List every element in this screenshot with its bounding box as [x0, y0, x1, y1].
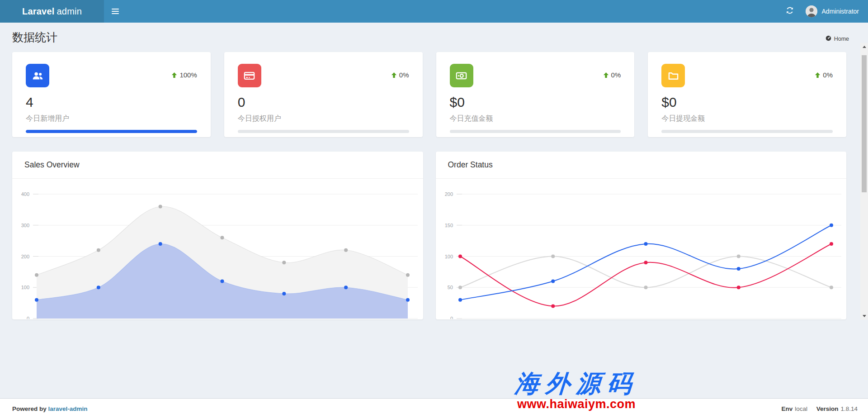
sales-overview-card: Sales Overview 4003002001000	[12, 152, 423, 319]
progress-bar	[450, 130, 621, 133]
watermark-text-cn: 海外源码	[487, 370, 665, 397]
svg-text:400: 400	[21, 191, 29, 197]
svg-text:100: 100	[21, 285, 29, 290]
version-value: 1.8.14	[840, 405, 858, 412]
trend-indicator: 0%	[815, 71, 833, 79]
stat-cards-row: 100% 4 今日新增用户	[12, 52, 846, 137]
users-icon	[26, 64, 49, 87]
scrollbar-down-button[interactable]	[860, 312, 868, 320]
svg-text:200: 200	[21, 254, 29, 259]
triangle-down-icon	[863, 315, 866, 317]
stat-label: 今日新增用户	[26, 114, 197, 124]
trend-value: 0%	[611, 71, 621, 79]
brand-bold: Laravel	[22, 6, 54, 17]
arrow-up-icon	[815, 72, 821, 78]
laravel-admin-link[interactable]: laravel-admin	[48, 405, 88, 412]
user-menu[interactable]: Administrator	[800, 0, 868, 23]
scrollbar-thumb[interactable]	[862, 55, 867, 192]
sales-overview-chart: 4003002001000	[12, 179, 423, 319]
top-navbar: Laraveladmin Administrator	[0, 0, 868, 23]
breadcrumb[interactable]: Home	[826, 35, 849, 45]
scrollbar-up-button[interactable]	[860, 43, 868, 51]
arrow-up-icon	[171, 72, 177, 78]
trend-value: 0%	[823, 71, 833, 79]
env-label: Env	[781, 405, 793, 412]
sidebar-toggle-button[interactable]	[104, 0, 127, 23]
stat-value: 4	[26, 95, 197, 110]
refresh-icon	[786, 7, 793, 16]
trend-value: 100%	[179, 71, 197, 79]
arrow-up-icon	[391, 72, 397, 78]
svg-text:200: 200	[444, 191, 453, 197]
order-status-card: Order Status 200150100500	[436, 152, 847, 319]
navbar-right: Administrator	[779, 0, 868, 23]
page-header: 数据统计 Home	[0, 23, 868, 50]
money-icon	[450, 64, 473, 87]
stat-value: 0	[238, 95, 409, 110]
progress-bar	[26, 130, 197, 133]
svg-text:50: 50	[447, 285, 453, 290]
avatar	[806, 5, 817, 17]
breadcrumb-home: Home	[834, 36, 849, 42]
hamburger-icon	[112, 9, 119, 10]
dashboard-icon	[826, 35, 831, 43]
brand-rest: admin	[57, 6, 81, 17]
order-status-title: Order Status	[448, 160, 493, 170]
stat-label: 今日提现金额	[661, 114, 833, 124]
arrow-up-icon	[603, 72, 609, 78]
powered-by-label: Powered by	[12, 405, 47, 412]
footer: Powered by laravel-admin Envlocal Versio…	[0, 398, 868, 419]
svg-text:0: 0	[27, 316, 29, 319]
svg-text:150: 150	[444, 223, 453, 228]
vertical-scrollbar[interactable]	[860, 43, 868, 320]
progress-bar	[238, 130, 409, 133]
credit-card-icon	[238, 64, 261, 87]
stat-card-withdraw-amount: 0% $0 今日提现金额	[648, 52, 846, 137]
page-title: 数据统计	[12, 30, 57, 45]
stat-card-authorized-users: 0% 0 今日授权用户	[224, 52, 423, 137]
trend-indicator: 0%	[391, 71, 409, 79]
stat-label: 今日充值金额	[450, 114, 621, 124]
env-value: local	[795, 405, 807, 412]
svg-text:0: 0	[450, 316, 453, 319]
svg-text:100: 100	[444, 254, 453, 259]
stat-label: 今日授权用户	[238, 114, 409, 124]
version-label: Version	[816, 405, 839, 412]
user-name: Administrator	[822, 8, 859, 15]
order-status-chart: 200150100500	[436, 179, 847, 319]
stat-card-new-users: 100% 4 今日新增用户	[12, 52, 211, 137]
trend-value: 0%	[399, 71, 409, 79]
stat-value: $0	[661, 95, 833, 110]
trend-indicator: 0%	[603, 71, 621, 79]
brand-logo[interactable]: Laraveladmin	[0, 0, 104, 23]
progress-bar	[661, 130, 833, 133]
triangle-up-icon	[863, 46, 866, 48]
refresh-button[interactable]	[779, 0, 800, 23]
content-wrapper: 数据统计 Home	[0, 23, 868, 398]
trend-indicator: 100%	[171, 71, 197, 79]
stat-card-recharge-amount: 0% $0 今日充值金额	[436, 52, 635, 137]
folder-icon	[661, 64, 685, 87]
svg-text:300: 300	[21, 223, 29, 228]
stat-value: $0	[450, 95, 621, 110]
sales-overview-title: Sales Overview	[24, 160, 80, 170]
charts-row: Sales Overview 4003002001000 Order Statu…	[12, 152, 846, 319]
